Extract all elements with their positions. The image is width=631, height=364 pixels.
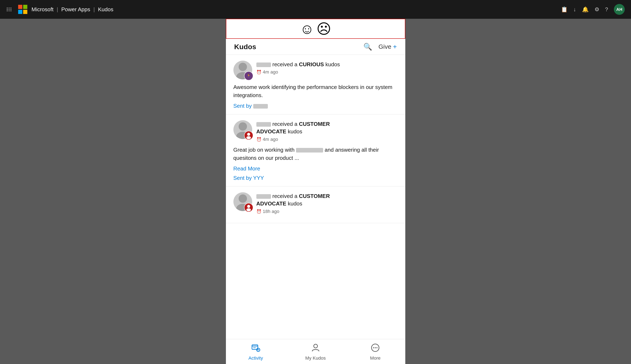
feed-item: received a CUSTOMERADVOCATE kudos ⏰ 4m a… <box>226 114 405 186</box>
feed-item-info: received a CUSTOMERADVOCATE kudos ⏰ 18h … <box>256 192 398 214</box>
recipient-avatar-wrapper <box>234 120 252 139</box>
activity-icon <box>251 343 260 354</box>
feed-item-time: ⏰ 4m ago <box>256 70 398 75</box>
kudos-title: Kudos <box>234 43 256 51</box>
svg-point-8 <box>246 136 251 140</box>
topbar-right: 📋 ↓ 🔔 ⚙ ? AH <box>561 4 625 15</box>
kudos-suffix: kudos <box>325 61 340 68</box>
feed-item-header: received a CUSTOMERADVOCATE kudos ⏰ 18h … <box>234 192 398 214</box>
feed-item-time: ⏰ 18h ago <box>256 209 398 214</box>
ms-logo-blue <box>18 10 22 14</box>
feed-item: 🏃 received a CURIOUS kudos ⏰ <box>226 55 405 114</box>
clock-icon: ⏰ <box>256 209 262 214</box>
my-kudos-icon <box>311 343 320 354</box>
svg-point-18 <box>314 344 317 348</box>
feed-item-title: received a CUSTOMERADVOCATE kudos <box>256 192 398 208</box>
ms-logo-yellow <box>23 10 27 14</box>
activity-nav-label: Activity <box>249 356 263 361</box>
recipient-name-blurred <box>256 122 271 127</box>
topbar-microsoft-label: Microsoft <box>32 6 53 12</box>
download-icon[interactable]: ↓ <box>573 6 576 13</box>
feed-item-info: received a CURIOUS kudos ⏰ 4m ago <box>256 61 398 75</box>
time-label: 4m ago <box>263 137 278 142</box>
svg-point-21 <box>375 347 376 348</box>
activity-nav-icon <box>251 343 260 352</box>
kudos-type: CURIOUS <box>299 61 324 68</box>
waffle-icon[interactable]: ⁝⁝⁝ <box>6 6 12 13</box>
svg-point-4 <box>239 122 247 131</box>
feed-container: 🏃 received a CURIOUS kudos ⏰ <box>226 55 405 339</box>
app-panel: ☺ ☹ Kudos 🔍 Give + <box>226 19 405 364</box>
share-icon[interactable]: 📋 <box>561 6 568 13</box>
more-nav-icon <box>371 343 380 352</box>
sent-by[interactable]: Sent by YYY <box>234 175 398 181</box>
sender-name: YYY <box>253 175 264 181</box>
ms-logo-red <box>18 5 22 9</box>
user-avatar[interactable]: AH <box>614 4 625 15</box>
received-text: received a <box>272 121 299 127</box>
give-label: Give <box>378 43 391 50</box>
clock-icon: ⏰ <box>256 137 262 142</box>
feed-item-body: Awesome work identifying the performance… <box>234 83 398 100</box>
svg-point-22 <box>376 347 377 348</box>
feed-item-time: ⏰ 4m ago <box>256 137 398 142</box>
topbar-section-name: Kudos <box>98 6 113 12</box>
svg-text:🏃: 🏃 <box>247 74 251 78</box>
kudos-suffix: kudos <box>288 200 302 207</box>
bottom-nav-my-kudos[interactable]: My Kudos <box>286 343 345 361</box>
topbar-separator: | <box>57 6 60 12</box>
kudos-titlebar: Kudos 🔍 Give + <box>226 39 405 55</box>
feed-item-header: 🏃 received a CURIOUS kudos ⏰ <box>234 61 398 80</box>
kudos-title-actions: 🔍 Give + <box>363 42 397 51</box>
person-nav-icon <box>311 343 320 352</box>
customer-advocate-badge-icon <box>245 131 253 140</box>
feed-item: received a CUSTOMERADVOCATE kudos ⏰ 18h … <box>226 186 405 223</box>
svg-point-7 <box>247 133 250 136</box>
kudos-badge: 🏃 <box>244 71 253 80</box>
svg-point-9 <box>239 194 247 203</box>
bottom-nav-more[interactable]: More <box>345 343 405 361</box>
feed-item-body: Great job on working with and answering … <box>234 146 398 162</box>
recipient-avatar-wrapper: 🏃 <box>234 61 252 80</box>
main-area: ☺ ☹ Kudos 🔍 Give + <box>0 19 631 364</box>
recipient-name-blurred <box>256 194 271 199</box>
feed-item-title: received a CUSTOMERADVOCATE kudos <box>256 120 398 136</box>
sent-by[interactable]: Sent by <box>234 103 398 109</box>
topbar: ⁝⁝⁝ Microsoft | Power Apps | Kudos 📋 ↓ 🔔… <box>0 0 631 19</box>
received-text: received a <box>272 193 299 199</box>
kudos-suffix: kudos <box>288 128 302 134</box>
notification-icon[interactable]: 🔔 <box>582 6 589 13</box>
search-button[interactable]: 🔍 <box>363 42 372 51</box>
curious-badge-icon: 🏃 <box>245 72 253 80</box>
sender-name-blurred <box>253 104 268 108</box>
svg-point-12 <box>247 205 250 208</box>
give-plus-icon: + <box>393 43 397 51</box>
more-icon <box>371 343 380 354</box>
svg-point-13 <box>246 208 251 211</box>
topbar-separator2: | <box>93 6 96 12</box>
settings-icon[interactable]: ⚙ <box>594 6 599 13</box>
help-icon[interactable]: ? <box>605 6 608 13</box>
happy-face-icon: ☺ <box>300 22 314 36</box>
ms-logo-green <box>23 5 27 9</box>
feed-item-title: received a CURIOUS kudos <box>256 61 398 68</box>
svg-point-20 <box>373 347 374 348</box>
topbar-app-name: Power Apps <box>61 6 90 12</box>
read-more-link[interactable]: Read More <box>234 166 398 172</box>
time-label: 18h ago <box>263 209 280 214</box>
bottom-nav: Activity My Kudos <box>226 339 405 364</box>
mentioned-name-blurred <box>296 148 323 152</box>
time-label: 4m ago <box>263 70 278 75</box>
my-kudos-nav-label: My Kudos <box>305 356 326 361</box>
more-nav-label: More <box>370 356 380 361</box>
customer-advocate-badge-icon <box>245 203 253 212</box>
kudos-badge <box>244 131 253 140</box>
bottom-nav-activity[interactable]: Activity <box>226 343 286 361</box>
clock-icon: ⏰ <box>256 70 262 74</box>
give-button[interactable]: Give + <box>378 43 397 51</box>
kudos-badge <box>244 203 253 212</box>
feed-item-info: received a CUSTOMERADVOCATE kudos ⏰ 4m a… <box>256 120 398 142</box>
ms-logo <box>18 5 27 14</box>
emoji-header: ☺ ☹ <box>226 19 405 39</box>
topbar-left: ⁝⁝⁝ Microsoft | Power Apps | Kudos <box>6 5 113 14</box>
